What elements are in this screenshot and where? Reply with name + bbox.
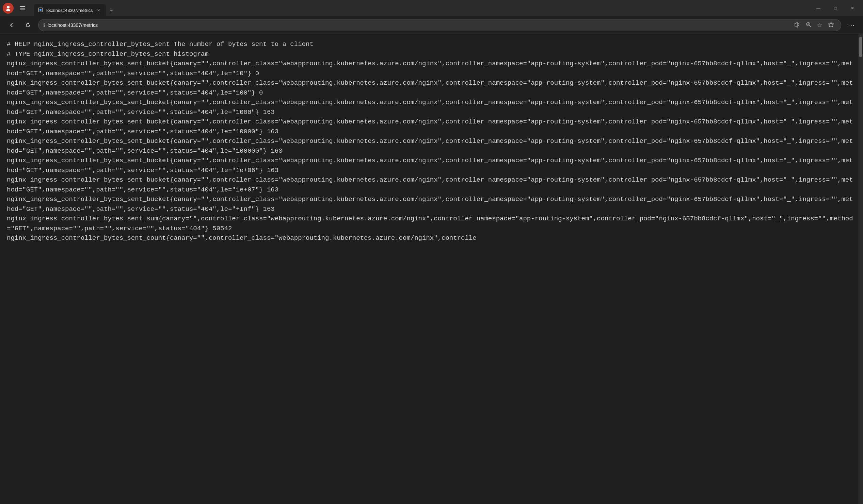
maximize-button[interactable]: □: [828, 3, 843, 14]
tab-label: localhost:43307/metrics: [46, 8, 93, 13]
more-button[interactable]: ···: [845, 19, 858, 31]
minimize-button[interactable]: —: [811, 3, 826, 14]
svg-rect-2: [20, 6, 25, 7]
title-bar-left: [3, 2, 29, 14]
svg-line-8: [810, 26, 811, 27]
tab-icon: [38, 8, 43, 13]
collections-icon[interactable]: [826, 22, 836, 29]
svg-point-1: [6, 9, 10, 12]
active-tab[interactable]: localhost:43307/metrics ✕: [34, 4, 106, 16]
refresh-button[interactable]: [22, 19, 34, 31]
favorites-icon[interactable]: ☆: [815, 22, 825, 29]
close-button[interactable]: ✕: [845, 3, 860, 14]
sidebar-toggle[interactable]: [16, 2, 29, 14]
tabs-area: localhost:43307/metrics ✕ +: [31, 0, 808, 16]
svg-rect-4: [20, 10, 25, 10]
zoom-icon[interactable]: [803, 22, 814, 29]
scrollbar[interactable]: [858, 34, 863, 504]
new-tab-button[interactable]: +: [106, 5, 117, 16]
back-button[interactable]: [5, 19, 18, 31]
scrollbar-thumb[interactable]: [859, 37, 862, 57]
content-area: # HELP nginx_ingress_controller_bytes_se…: [0, 34, 863, 504]
url-text: localhost:43307/metrics: [48, 23, 98, 28]
title-bar: localhost:43307/metrics ✕ + — □ ✕: [0, 0, 863, 16]
tab-close-button[interactable]: ✕: [96, 7, 102, 13]
url-bar[interactable]: ℹ localhost:43307/metrics ☆: [38, 19, 841, 31]
metrics-content: # HELP nginx_ingress_controller_bytes_se…: [7, 39, 856, 243]
profile-icon[interactable]: [3, 3, 14, 14]
svg-point-6: [39, 9, 41, 11]
toolbar-right: ···: [845, 19, 858, 31]
svg-point-0: [7, 6, 10, 9]
read-aloud-icon[interactable]: [792, 22, 802, 29]
svg-marker-11: [828, 22, 834, 27]
svg-rect-3: [20, 8, 25, 9]
address-right-icons: ☆: [792, 22, 836, 29]
window-controls: — □ ✕: [811, 3, 860, 14]
lock-icon: ℹ: [43, 23, 45, 28]
address-bar: ℹ localhost:43307/metrics ☆: [0, 16, 863, 34]
